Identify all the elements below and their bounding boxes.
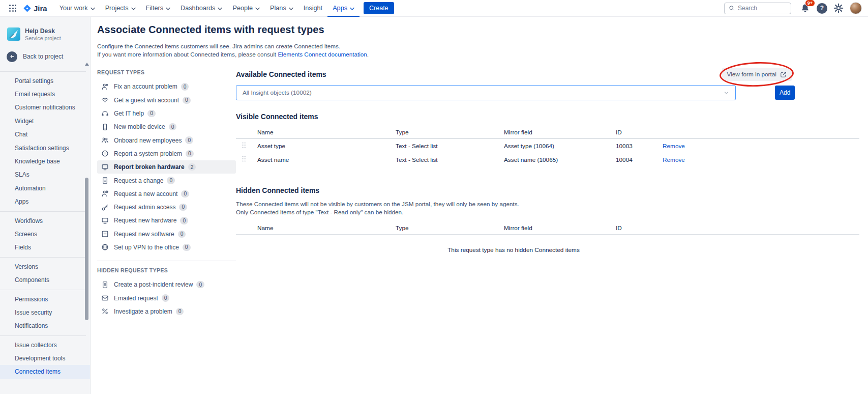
sidebar-item-screens[interactable]: Screens xyxy=(0,228,90,241)
request-type-set-up-vpn-to-the-office[interactable]: Set up VPN to the office0 xyxy=(97,241,236,254)
request-type-get-a-guest-wifi-account[interactable]: Get a guest wifi account0 xyxy=(97,94,236,107)
sidebar-item-chat[interactable]: Chat xyxy=(0,128,90,141)
notifications-button[interactable]: 9+ xyxy=(800,3,811,13)
visible-items-table: NameTypeMirror fieldIDAsset typeText - S… xyxy=(236,126,859,166)
request-type-label: Request admin access xyxy=(114,204,175,211)
sidebar-item-issue-security[interactable]: Issue security xyxy=(0,306,90,319)
request-types-panel: REQUEST TYPES Fix an account problem0Get… xyxy=(97,66,236,318)
sidebar-item-issue-collectors[interactable]: Issue collectors xyxy=(0,339,90,352)
chevron-down-icon xyxy=(166,7,170,11)
column-header-id: ID xyxy=(616,129,663,136)
sidebar-item-apps[interactable]: Apps xyxy=(0,195,90,208)
sidebar-item-slas[interactable]: SLAs xyxy=(0,168,90,181)
request-type-onboard-new-employees[interactable]: Onboard new employees0 xyxy=(97,133,236,147)
scroll-up-arrow-icon[interactable] xyxy=(85,63,89,66)
remove-link[interactable]: Remove xyxy=(663,143,685,150)
request-type-label: Set up VPN to the office xyxy=(114,244,179,251)
sidebar-item-workflows[interactable]: Workflows xyxy=(0,214,90,228)
request-type-report-a-system-problem[interactable]: Report a system problem0 xyxy=(97,147,236,160)
connected-items-select[interactable]: All Insight objects (10002) xyxy=(236,85,736,100)
request-type-investigate-a-problem[interactable]: Investigate a problem0 xyxy=(97,305,236,318)
sidebar-item-permissions[interactable]: Permissions xyxy=(0,293,90,306)
topnav-item-projects[interactable]: Projects xyxy=(100,0,141,17)
request-type-request-a-new-account[interactable]: Request a new account0 xyxy=(97,187,236,201)
request-type-request-new-software[interactable]: Request new software0 xyxy=(97,228,236,241)
column-header-name: Name xyxy=(257,224,396,232)
topnav-item-insight[interactable]: Insight xyxy=(298,0,327,17)
request-type-fix-an-account-problem[interactable]: Fix an account problem0 xyxy=(97,80,236,93)
view-form-in-portal-button[interactable]: View form in portal xyxy=(722,68,792,81)
grid-icon xyxy=(9,5,16,12)
request-type-count: 0 xyxy=(196,281,204,288)
sidebar-item-email-requests[interactable]: Email requests xyxy=(0,88,90,101)
elements-connect-doc-link[interactable]: Elements Connect documentation xyxy=(278,51,367,58)
request-type-count: 0 xyxy=(186,150,194,157)
create-button[interactable]: Create xyxy=(364,2,394,14)
sidebar-item-satisfaction-settings[interactable]: Satisfaction settings xyxy=(0,142,90,155)
topnav-item-dashboards[interactable]: Dashboards xyxy=(175,0,227,17)
request-type-count: 0 xyxy=(181,190,189,198)
sidebar-item-components[interactable]: Components xyxy=(0,273,90,287)
drag-handle[interactable] xyxy=(236,141,257,151)
request-types-header: REQUEST TYPES xyxy=(97,69,236,75)
back-to-project-link[interactable]: Back to project xyxy=(0,41,90,69)
sidebar-item-connected-items[interactable]: Connected items xyxy=(0,365,90,378)
remove-link[interactable]: Remove xyxy=(663,156,685,163)
topnav-item-label: Insight xyxy=(304,5,322,12)
search-box[interactable] xyxy=(724,3,791,14)
search-input[interactable] xyxy=(738,5,787,12)
sidebar-item-automation[interactable]: Automation xyxy=(0,182,90,195)
cell-name: Asset type xyxy=(257,143,396,150)
request-type-request-new-hardware[interactable]: Request new hardware0 xyxy=(97,214,236,227)
sidebar-item-portal-settings[interactable]: Portal settings xyxy=(0,74,90,88)
page-description: Configure the Connected items customers … xyxy=(97,42,859,59)
sidebar-item-fields[interactable]: Fields xyxy=(0,241,90,254)
request-type-label: Report broken hardware xyxy=(114,163,185,171)
sidebar-scrollbar[interactable] xyxy=(84,63,89,392)
request-type-count: 0 xyxy=(167,177,175,184)
sidebar-item-customer-notifications[interactable]: Customer notifications xyxy=(0,101,90,114)
scrollbar-thumb[interactable] xyxy=(85,178,88,320)
document-icon xyxy=(101,281,109,289)
topnav-item-filters[interactable]: Filters xyxy=(141,0,176,17)
settings-button[interactable] xyxy=(833,3,844,13)
request-type-label: Request new software xyxy=(114,231,174,238)
request-type-emailed-request[interactable]: Emailed request0 xyxy=(97,291,236,304)
table-row: Asset typeText - Select listAsset type (… xyxy=(236,139,859,153)
app-switcher-button[interactable] xyxy=(6,2,19,15)
drag-handle[interactable] xyxy=(236,155,257,164)
request-type-report-broken-hardware[interactable]: Report broken hardware2 xyxy=(97,160,236,174)
topnav-item-plans[interactable]: Plans xyxy=(265,0,298,17)
sidebar-item-development-tools[interactable]: Development tools xyxy=(0,352,90,365)
request-type-request-a-change[interactable]: Request a change0 xyxy=(97,174,236,187)
sidebar-item-versions[interactable]: Versions xyxy=(0,260,90,273)
table-row: Asset nameText - Select listAsset name (… xyxy=(236,153,859,166)
envelope-icon xyxy=(101,294,109,302)
cell-id: 10003 xyxy=(616,143,663,150)
chevron-down-icon xyxy=(91,7,95,11)
help-button[interactable]: ? xyxy=(817,3,827,14)
jira-logo[interactable]: Jira xyxy=(23,4,47,13)
request-type-request-admin-access[interactable]: Request admin access0 xyxy=(97,201,236,214)
topnav-item-people[interactable]: People xyxy=(227,0,265,17)
request-type-new-mobile-device[interactable]: New mobile device0 xyxy=(97,120,236,133)
sidebar-item-notifications[interactable]: Notifications xyxy=(0,319,90,332)
question-icon: ? xyxy=(820,5,824,12)
project-sidebar: Help Desk Service project Back to projec… xyxy=(0,17,91,394)
user-avatar[interactable] xyxy=(850,2,862,14)
request-type-label: Fix an account problem xyxy=(114,83,177,90)
request-type-label: Request a change xyxy=(114,177,163,184)
topnav-item-your-work[interactable]: Your work xyxy=(54,0,100,17)
connected-items-panel: Available Connected items View form in p… xyxy=(236,66,859,253)
sidebar-item-widget[interactable]: Widget xyxy=(0,115,90,128)
request-type-create-a-post-incident-review[interactable]: Create a post-incident review0 xyxy=(97,278,236,291)
request-type-get-it-help[interactable]: Get IT help0 xyxy=(97,107,236,120)
sidebar-item-knowledge-base[interactable]: Knowledge base xyxy=(0,155,90,168)
chevron-down-icon xyxy=(218,7,222,11)
back-to-project-label: Back to project xyxy=(23,53,63,60)
request-type-label: Request new hardware xyxy=(114,217,176,224)
topnav-item-apps[interactable]: Apps xyxy=(327,0,360,17)
add-button[interactable]: Add xyxy=(775,86,795,100)
hidden-request-types-header: HIDDEN REQUEST TYPES xyxy=(97,267,236,273)
request-type-count: 0 xyxy=(185,136,193,144)
